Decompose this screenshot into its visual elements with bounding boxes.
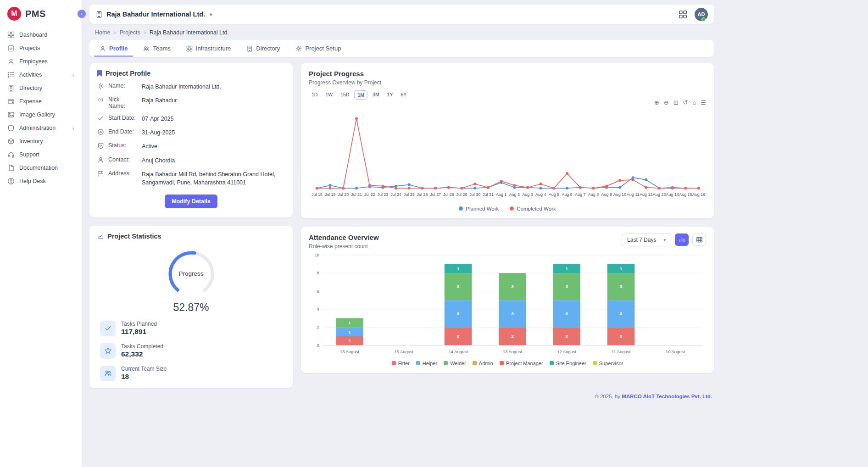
range-1d-button[interactable]: 1D: [309, 90, 320, 100]
progress-line-chart: Jul 18Jul 19Jul 20Jul 21Jul 22Jul 23Jul …: [309, 108, 706, 205]
sidebar-item-administration[interactable]: Administration: [0, 122, 82, 134]
range-1m-button[interactable]: 1M: [354, 90, 367, 100]
legend-admin[interactable]: Admin: [473, 361, 493, 366]
gear-icon: [295, 45, 302, 52]
sidebar-item-help-desk[interactable]: Help Desk: [0, 175, 82, 188]
time-range-buttons: 1D 1W 15D 1M 3M 1Y 5Y: [309, 90, 706, 100]
tab-teams[interactable]: Teams: [138, 40, 176, 57]
svg-text:3: 3: [511, 311, 514, 316]
svg-text:1: 1: [457, 266, 460, 271]
legend-completed-work[interactable]: Completed Work: [510, 206, 556, 211]
svg-text:3: 3: [457, 311, 460, 316]
person-icon: [97, 156, 104, 163]
range-5y-button[interactable]: 5Y: [398, 90, 409, 100]
image-icon: [7, 111, 15, 118]
user-avatar[interactable]: AD: [695, 8, 708, 21]
table-view-button[interactable]: [692, 234, 706, 246]
svg-text:10 August: 10 August: [666, 349, 685, 354]
field-label: Address:: [108, 170, 138, 177]
svg-text:Aug 9: Aug 9: [601, 192, 612, 197]
company-link[interactable]: MARCO AIoT Technologies Pvt. Ltd.: [622, 394, 712, 399]
legend-fitter[interactable]: Fitter: [392, 361, 410, 366]
project-profile-card: Project Profile Name: Raja Bahadur Inter…: [89, 63, 293, 217]
range-3m-button[interactable]: 3M: [370, 90, 382, 100]
profile-field-contact: Contact: Anuj Chordia: [97, 156, 285, 165]
zoom-select-icon[interactable]: ⊡: [673, 100, 679, 107]
field-value: 31-Aug-2025: [142, 128, 175, 137]
field-value: Anuj Chordia: [142, 156, 175, 165]
breadcrumb-home[interactable]: Home: [95, 29, 110, 36]
date-range-select[interactable]: Last 7 Days: [622, 234, 671, 246]
tab-infrastructure[interactable]: Infrastructure: [181, 40, 237, 57]
tab-project-setup[interactable]: Project Setup: [290, 40, 346, 57]
chart-view-button[interactable]: [675, 234, 689, 246]
sidebar-item-expense[interactable]: Expense: [0, 95, 82, 108]
legend-site-engineer[interactable]: Site Engineer: [550, 361, 586, 366]
tab-profile[interactable]: Profile: [94, 40, 133, 57]
app-logo[interactable]: M PMS: [0, 0, 82, 27]
modify-details-button[interactable]: Modify Details: [165, 195, 217, 208]
building-icon: [95, 11, 103, 18]
svg-text:Jul 20: Jul 20: [338, 192, 349, 197]
attendance-bar-chart: 024681011116 August15 August233114 Augus…: [309, 250, 706, 359]
dashboard-icon: [7, 31, 15, 39]
legend-project-manager[interactable]: Project Manager: [500, 361, 543, 366]
svg-text:Aug 2: Aug 2: [509, 192, 520, 197]
legend-planned-work[interactable]: Planned Work: [459, 206, 499, 211]
sidebar-item-activities[interactable]: Activities: [0, 68, 82, 81]
wallet-icon: [7, 98, 15, 105]
svg-text:Jul 30: Jul 30: [469, 192, 480, 197]
sidebar-item-documentation[interactable]: Documentation: [0, 161, 82, 174]
profile-field-address: Address: Raja Bahadur Mill Rd, behind Sh…: [97, 170, 285, 187]
legend-label: Admin: [479, 361, 493, 366]
sidebar-item-label: Directory: [19, 85, 42, 91]
profile-field-nickname: Nick Name: Raja Bahadur: [97, 96, 285, 109]
sidebar-item-label: Inventory: [19, 138, 43, 145]
building-icon: [246, 45, 253, 52]
restore-icon[interactable]: ↺: [683, 100, 688, 107]
sidebar-item-projects[interactable]: Projects: [0, 42, 82, 55]
breadcrumb-current: Raja Bahadur International Ltd.: [150, 29, 229, 36]
range-15d-button[interactable]: 15D: [338, 90, 352, 100]
sidebar-item-employees[interactable]: Employees: [0, 55, 82, 68]
sidebar-item-inventory[interactable]: Inventory: [0, 135, 82, 148]
legend-supervisor[interactable]: Supervisor: [593, 361, 623, 366]
legend-welder[interactable]: Welder: [444, 361, 466, 366]
sidebar-item-directory[interactable]: Directory: [0, 82, 82, 95]
field-label: Start Date:: [108, 115, 138, 121]
avatar-initials: AD: [698, 11, 705, 17]
menu-icon[interactable]: ☰: [701, 100, 706, 107]
sidebar-item-support[interactable]: Support: [0, 148, 82, 161]
date-range-value: Last 7 Days: [627, 237, 656, 243]
zoom-in-icon[interactable]: ⊕: [654, 100, 659, 107]
sidebar-collapse-button[interactable]: ‹: [78, 10, 86, 18]
sidebar-item-dashboard[interactable]: Dashboard: [0, 28, 82, 41]
home-icon[interactable]: ⌂: [692, 100, 696, 107]
svg-text:3: 3: [620, 284, 623, 289]
project-progress-card: Project Progress Progress Overview by Pr…: [301, 63, 714, 218]
sidebar-item-label: Help Desk: [19, 178, 46, 184]
chart-subtitle: Role-wise present count: [309, 243, 379, 250]
online-status-dot: [701, 17, 706, 22]
svg-text:Aug 8: Aug 8: [588, 192, 599, 197]
svg-text:1: 1: [348, 329, 351, 334]
legend-label: Project Manager: [506, 361, 543, 366]
tab-directory[interactable]: Directory: [241, 40, 285, 57]
legend-swatch: [444, 361, 448, 365]
stat-team-size: Current Team Size 18: [97, 366, 285, 381]
company-selector[interactable]: Raja Bahadur International Ltd.: [95, 11, 212, 18]
legend-helper[interactable]: Helper: [416, 361, 437, 366]
breadcrumb-projects[interactable]: Projects: [120, 29, 140, 36]
legend-label: Completed Work: [517, 206, 556, 211]
shield-check-icon: [97, 142, 104, 149]
range-1y-button[interactable]: 1Y: [384, 90, 396, 100]
field-label: Status:: [108, 142, 138, 149]
apps-grid-icon[interactable]: [679, 10, 687, 19]
svg-text:Jul 27: Jul 27: [430, 192, 441, 197]
svg-text:2: 2: [511, 334, 514, 339]
legend-swatch: [392, 361, 396, 365]
range-1w-button[interactable]: 1W: [323, 90, 335, 100]
sidebar-item-image-gallery[interactable]: Image Gallery: [0, 108, 82, 121]
zoom-out-icon[interactable]: ⊖: [664, 100, 669, 107]
chart-subtitle: Progress Overview by Project: [309, 79, 706, 86]
